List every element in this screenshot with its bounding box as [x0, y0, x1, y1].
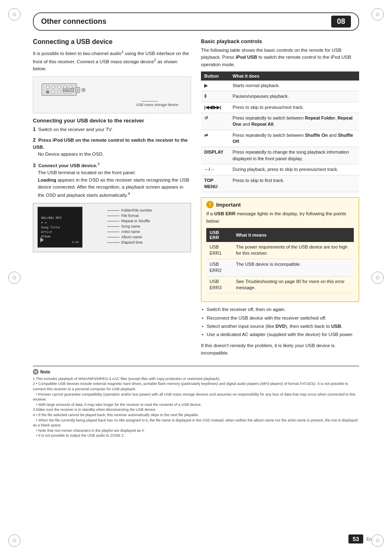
table-row: DISPLAY Press repeatedly to change the s…: [201, 147, 359, 164]
btn-play-desc: Starts normal playback.: [229, 81, 359, 91]
osd-label-folder-text: Folder/File number: [121, 208, 152, 212]
osd-diagram: 001/001 MP3 ⇌ ↺ Song Title Artist Album …: [33, 203, 191, 252]
btn-shuffle-desc: Press repeatedly to switch between Shuff…: [229, 130, 359, 147]
note-2b: • Pioneer cannot guarantee compatibility…: [33, 392, 359, 402]
btn-pause: Ⅱ: [201, 91, 229, 102]
usb-err-table: USB ERR What it means USB ERR1 The power…: [206, 228, 354, 293]
osd-label-song-text: Song name: [121, 224, 140, 228]
basic-playback-title: Basic playback controls: [201, 38, 359, 44]
bullet-item-1: Switch the receiver off, then on again.: [201, 306, 359, 313]
note-3: 3 Make sure the receiver is in standby w…: [33, 407, 359, 412]
btn-pause-desc: Pauses/unpauses playback.: [229, 91, 359, 102]
osd-label-elapsed: Elapsed time: [107, 240, 187, 244]
osd-labels: Folder/File number File format Repeat or…: [107, 207, 187, 246]
chapter-badge: 08: [331, 16, 351, 28]
left-column: Connecting a USB device It is possible t…: [33, 38, 191, 360]
footer-note: N Note 1 This includes playback of WMA/M…: [33, 366, 359, 438]
step-3-sub1: The USB terminal is located on the front…: [38, 169, 191, 176]
btn-skip: |◀◀/▶▶|: [201, 102, 229, 113]
btn-arrow-desc: During playback, press to skip to previo…: [229, 164, 359, 175]
usb-err3-desc: See Troubleshooting on page 80 for more …: [233, 276, 354, 293]
note-1: 1 This includes playback of WMA/MP3/MPEG…: [33, 376, 359, 382]
bullet-item-4: Use a dedicated AC adapter (supplied wit…: [201, 331, 359, 338]
note-icon: N: [33, 369, 39, 375]
footnote-4: 4: [128, 191, 130, 196]
osd-label-repeat-text: Repeat or Shuffle: [121, 219, 150, 223]
important-box: ! Important If a USB ERR message lights …: [201, 197, 359, 302]
table-row: ⇌ Press repeatedly to switch between Shu…: [201, 130, 359, 147]
usb-err2-code: USB ERR2: [206, 259, 233, 276]
table-header-what: What it does: [229, 71, 359, 81]
usb-arrow-line: [141, 101, 158, 101]
step-1-text: Switch on the receiver and your TV.: [37, 127, 113, 132]
osd-label-artist: Artist name: [107, 230, 187, 234]
table-row: USB ERR1 The power requirements of the U…: [206, 242, 354, 259]
corner-mark-br: [371, 534, 384, 547]
usb-label: USB mass storage device: [136, 103, 178, 108]
osd-label-album: Album name: [107, 235, 187, 239]
osd-row-2: ⇌ ↺: [41, 220, 79, 225]
osd-row-1: 001/001 MP3: [41, 216, 79, 220]
osd-label-song: Song name: [107, 224, 187, 228]
warning-icon: !: [206, 201, 214, 208]
note-4c: • Note that non-roman characters in the …: [33, 428, 359, 433]
step-3-text: Connect your USB device.3: [37, 163, 99, 168]
osd-label-artist-text: Artist name: [121, 230, 140, 234]
btn-top-menu: TOP MENU: [201, 175, 229, 192]
connecting-usb-title: Connecting a USB device: [33, 38, 191, 46]
step-2: 2 Press iPod USB on the remote control t…: [33, 137, 191, 158]
connecting-sub-title: Connecting your USB device to the receiv…: [33, 117, 191, 124]
header-bar: Other connections 08: [33, 12, 359, 31]
step-2-sub: No Device appears in the OSD.: [38, 151, 191, 158]
btn-repeat-desc: Press repeatedly to switch between Repea…: [229, 113, 359, 130]
bullet-item-3: Select another input source (like DVD), …: [201, 323, 359, 330]
osd-row-5: Album: [41, 234, 79, 239]
btn-skip-desc: Press to skip to previous/next track.: [229, 102, 359, 113]
footnote-3: 3: [97, 161, 99, 166]
table-row: TOP MENU Press to skip to first track.: [201, 175, 359, 192]
note-2: 2 • Compatible USB devices include exter…: [33, 381, 359, 391]
table-row: ▶ Starts normal playback.: [201, 81, 359, 91]
osd-label-format-text: File format: [121, 214, 139, 218]
step-3: 3 Connect your USB device.3 The USB term…: [33, 161, 191, 199]
intro-paragraph: It is possible to listen to two-channel …: [33, 49, 191, 72]
device-diagram: ⊕⊕⊕ ↑ USB mass storage device: [33, 76, 191, 113]
closing-text: If this doesn't remedy the problem, it i…: [201, 342, 359, 357]
note-4a: 4 • If the file selected cannot be playe…: [33, 412, 359, 418]
corner-mark-tl: [8, 8, 21, 21]
table-row: USB ERR2 The USB device is incompatible.: [206, 259, 354, 276]
header-title: Other connections: [41, 17, 106, 26]
page-number: 53: [348, 534, 363, 543]
usb-err1-code: USB ERR1: [206, 242, 233, 259]
table-row: Ⅱ Pauses/unpauses playback.: [201, 91, 359, 102]
important-text: If a USB ERR message lights in the displ…: [206, 210, 354, 225]
page-container: Other connections 08 Connecting a USB de…: [0, 0, 392, 555]
important-title: ! Important: [206, 201, 354, 208]
table-row: |◀◀/▶▶| Press to skip to previous/next t…: [201, 102, 359, 113]
note-title: N Note: [33, 369, 359, 375]
basic-playback-intro: The following table shows the basic cont…: [201, 47, 359, 68]
corner-mark-bl: [8, 534, 21, 547]
osd-screen: 001/001 MP3 ⇌ ↺ Song Title Artist Album …: [37, 207, 83, 248]
step-1-number: 1: [33, 127, 36, 132]
table-row: USB ERR3 See Troubleshooting on page 80 …: [206, 276, 354, 293]
note-4d: • It is not possible to output the USB a…: [33, 433, 359, 438]
btn-shuffle: ⇌: [201, 130, 229, 147]
osd-row-4: Artist: [41, 230, 79, 234]
usb-err2-desc: The USB device is incompatible.: [233, 259, 354, 276]
corner-mark-tr: [371, 8, 384, 21]
page-number-bar: 53 En: [348, 534, 371, 543]
step-1: 1 Switch on the receiver and your TV.: [33, 126, 191, 133]
osd-label-elapsed-text: Elapsed time: [121, 240, 143, 244]
step-3-sub2: Loading appears in the OSD as this recei…: [38, 177, 191, 199]
btn-display: DISPLAY: [201, 147, 229, 164]
btn-arrow: ←/→: [201, 164, 229, 175]
osd-label-folder: Folder/File number: [107, 208, 187, 212]
usb-err1-desc: The power requirements of the USB device…: [233, 242, 354, 259]
btn-top-menu-desc: Press to skip to first track.: [229, 175, 359, 192]
usb-err-header-means: What it means: [233, 228, 354, 242]
table-row: ←/→ During playback, press to skip to pr…: [201, 164, 359, 175]
btn-display-desc: Press repeatedly to change the song play…: [229, 147, 359, 164]
osd-label-format: File format: [107, 214, 187, 218]
osd-label-repeat: Repeat or Shuffle: [107, 219, 187, 223]
